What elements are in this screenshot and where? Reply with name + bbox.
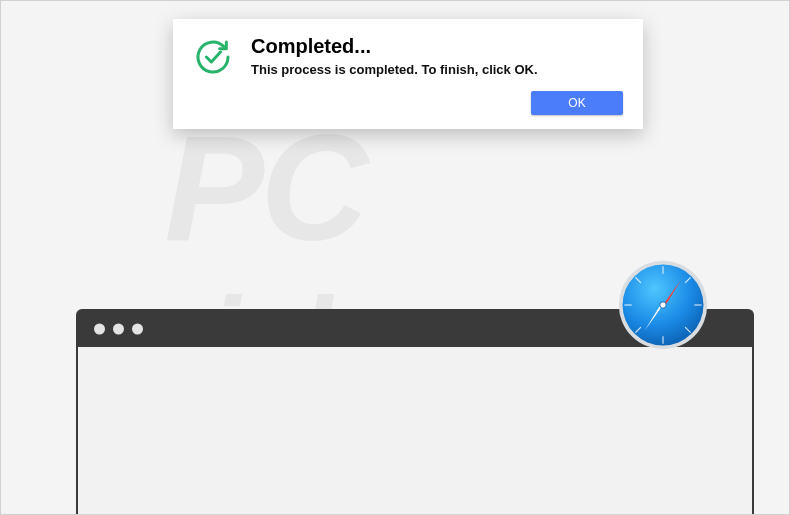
window-zoom-icon[interactable] — [132, 324, 143, 335]
window-minimize-icon[interactable] — [113, 324, 124, 335]
completed-dialog: Completed... This process is completed. … — [173, 19, 643, 129]
ok-button[interactable]: OK — [531, 91, 623, 115]
window-close-icon[interactable] — [94, 324, 105, 335]
dialog-text-block: Completed... This process is completed. … — [251, 35, 623, 77]
svg-point-12 — [660, 302, 666, 308]
screenshot-stage: PC risk.com — [0, 0, 790, 515]
dialog-message: This process is completed. To finish, cl… — [251, 62, 623, 77]
browser-content — [78, 347, 752, 514]
safari-compass-icon — [617, 259, 709, 351]
watermark-line1: PC — [164, 121, 626, 256]
check-refresh-icon — [193, 37, 233, 77]
dialog-title: Completed... — [251, 35, 623, 58]
dialog-actions: OK — [193, 91, 623, 115]
window-controls — [94, 324, 143, 335]
